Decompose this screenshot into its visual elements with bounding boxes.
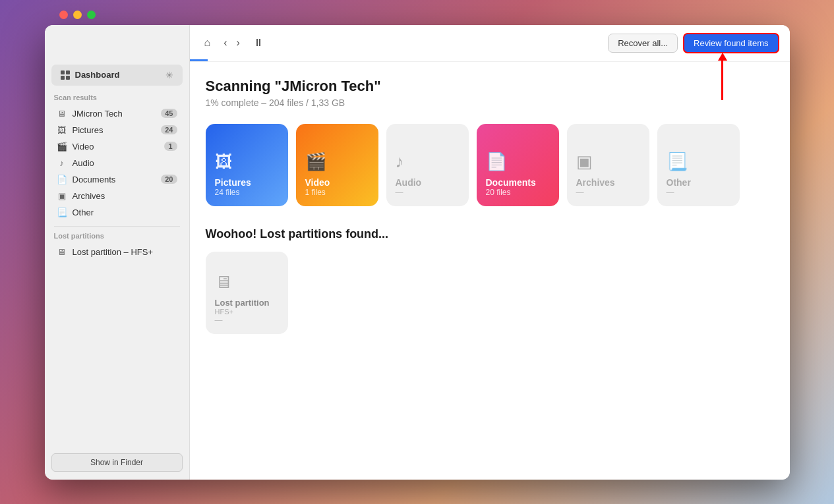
sidebar-item-lost-partition[interactable]: 🖥 Lost partition – HFS+ (47, 244, 187, 260)
dashboard-label: Dashboard (75, 70, 120, 80)
recover-all-button[interactable]: Recover all... (608, 34, 678, 53)
sidebar-footer: Show in Finder (45, 445, 189, 480)
video-card-icon: 🎬 (305, 152, 369, 172)
sidebar-divider (54, 226, 180, 227)
pictures-card-count: 24 files (215, 188, 279, 197)
dashboard-icon (61, 70, 70, 80)
nav-arrows: ‹ › (220, 34, 244, 51)
jmicron-badge: 45 (161, 109, 177, 118)
video-label: Video (73, 142, 94, 152)
archives-icon: ▣ (57, 191, 67, 201)
back-icon: ‹ (223, 37, 227, 48)
review-found-items-button[interactable]: Review found items (683, 33, 779, 53)
app-window: Dashboard ✳ Scan results 🖥 JMicron Tech … (45, 25, 790, 480)
toolbar-left: ⌂ ‹ › ⏸ (200, 34, 603, 51)
sidebar-item-archives[interactable]: ▣ Archives (47, 188, 187, 204)
card-pictures[interactable]: 🖼 Pictures 24 files (206, 124, 288, 206)
arrow-annotation (718, 53, 727, 100)
audio-card-name: Audio (396, 177, 460, 188)
video-card-count: 1 files (305, 188, 369, 197)
card-audio[interactable]: ♪ Audio — (386, 124, 469, 206)
documents-badge: 20 (161, 175, 177, 184)
audio-card-icon: ♪ (396, 152, 460, 172)
dashboard-left: Dashboard (61, 70, 120, 80)
card-video[interactable]: 🎬 Video 1 files (296, 124, 378, 206)
toolbar-right: Recover all... Review found items (608, 33, 779, 53)
toolbar: ⌂ ‹ › ⏸ Recover all... (190, 25, 790, 62)
arrow-shaft (721, 61, 723, 100)
partition-card-icon: 🖥 (215, 272, 279, 293)
pictures-card-icon: 🖼 (215, 152, 279, 172)
video-badge: 1 (164, 142, 177, 151)
partition-card-hfs[interactable]: 🖥 Lost partition HFS+ — (206, 252, 288, 334)
sidebar-item-jmicron[interactable]: 🖥 JMicron Tech 45 (47, 105, 187, 122)
pictures-icon: 🖼 (57, 125, 67, 135)
content-body: Scanning "JMicron Tech" 1% complete – 20… (190, 62, 790, 480)
documents-card-icon: 📄 (486, 152, 550, 172)
forward-button[interactable]: › (233, 34, 244, 51)
content-area: ⌂ ‹ › ⏸ Recover all... (190, 25, 790, 480)
audio-label: Audio (73, 158, 94, 168)
category-cards-grid: 🖼 Pictures 24 files 🎬 Video 1 files ♪ Au… (206, 124, 774, 206)
video-icon: 🎬 (57, 142, 67, 152)
other-icon: 📃 (57, 208, 67, 217)
partition-label: Lost partition – HFS+ (73, 247, 153, 257)
pictures-card-name: Pictures (215, 177, 279, 188)
pictures-label: Pictures (73, 125, 104, 135)
video-card-name: Video (305, 177, 369, 188)
partition-cards-grid: 🖥 Lost partition HFS+ — (206, 252, 774, 334)
other-card-icon: 📃 (667, 152, 730, 172)
card-other[interactable]: 📃 Other — (657, 124, 740, 206)
sidebar-item-other[interactable]: 📃 Other (47, 204, 187, 221)
partition-card-name: Lost partition (215, 298, 279, 308)
documents-label: Documents (73, 175, 116, 184)
card-archives[interactable]: ▣ Archives — (567, 124, 649, 206)
documents-icon: 📄 (57, 175, 67, 184)
home-icon: ⌂ (204, 37, 211, 48)
documents-card-count: 20 files (486, 188, 550, 197)
archives-card-icon: ▣ (576, 152, 640, 172)
card-documents[interactable]: 📄 Documents 20 files (477, 124, 559, 206)
documents-card-name: Documents (486, 177, 550, 188)
main-layout: Dashboard ✳ Scan results 🖥 JMicron Tech … (45, 25, 790, 480)
archives-label: Archives (73, 191, 105, 201)
other-card-dash: — (667, 188, 730, 197)
sidebar-item-documents[interactable]: 📄 Documents 20 (47, 171, 187, 188)
other-label: Other (73, 208, 94, 217)
partition-card-dash: — (215, 316, 279, 325)
scan-title: Scanning "JMicron Tech" (206, 78, 774, 95)
home-button[interactable]: ⌂ (200, 34, 215, 51)
spinner-icon: ✳ (165, 70, 173, 80)
pause-icon: ⏸ (253, 37, 264, 48)
scan-results-section-label: Scan results (45, 94, 189, 105)
progress-bar (190, 59, 208, 61)
archives-card-name: Archives (576, 177, 640, 188)
partition-card-sub: HFS+ (215, 308, 279, 316)
jmicron-label: JMicron Tech (73, 109, 123, 119)
sidebar-item-video[interactable]: 🎬 Video 1 (47, 138, 187, 155)
show-finder-button[interactable]: Show in Finder (51, 453, 183, 472)
forward-icon: › (237, 37, 240, 48)
sidebar-item-audio[interactable]: ♪ Audio (47, 155, 187, 171)
drive-icon: 🖥 (57, 109, 67, 119)
arrow-head (718, 53, 727, 61)
other-card-name: Other (667, 177, 730, 188)
back-button[interactable]: ‹ (220, 34, 231, 51)
partition-icon: 🖥 (57, 247, 67, 257)
archives-card-dash: — (576, 188, 640, 197)
pause-button[interactable]: ⏸ (249, 34, 268, 51)
scan-subtitle: 1% complete – 204 files / 1,33 GB (206, 98, 774, 108)
pictures-badge: 24 (161, 125, 177, 134)
audio-icon: ♪ (57, 158, 67, 168)
audio-card-dash: — (396, 188, 460, 197)
sidebar-dashboard[interactable]: Dashboard ✳ (51, 65, 183, 86)
sidebar-item-pictures[interactable]: 🖼 Pictures 24 (47, 122, 187, 138)
sidebar: Dashboard ✳ Scan results 🖥 JMicron Tech … (45, 25, 190, 480)
lost-partitions-section-label: Lost partitions (45, 232, 189, 244)
partitions-section-title: Woohoo! Lost partitions found... (206, 227, 774, 241)
